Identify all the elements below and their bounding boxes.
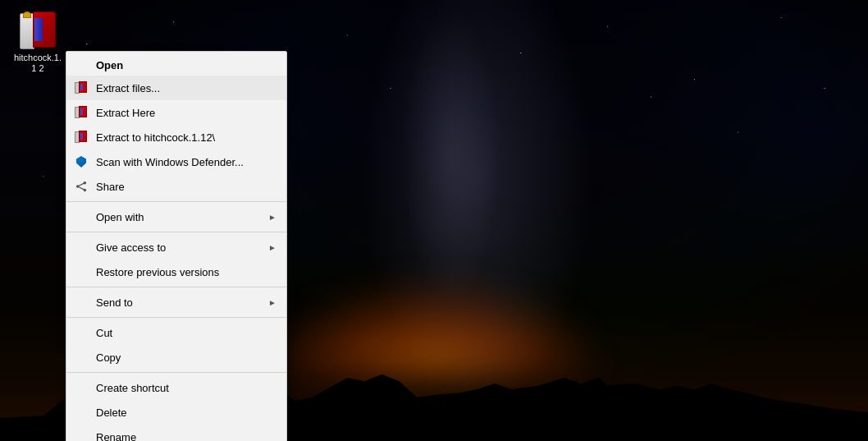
menu-item-copy-label: Copy <box>96 351 276 364</box>
menu-item-rename[interactable]: Rename <box>66 425 286 441</box>
create-shortcut-icon <box>73 379 89 396</box>
menu-item-extract-to[interactable]: Extract to hitchcock.1.12\ <box>66 125 286 149</box>
menu-item-create-shortcut[interactable]: Create shortcut <box>66 375 286 400</box>
menu-item-copy[interactable]: Copy <box>66 345 286 370</box>
winrar-icon-extract-here <box>73 104 89 121</box>
menu-item-share-label: Share <box>96 181 276 193</box>
menu-separator-1 <box>66 201 286 202</box>
desktop-icon-hitchcock[interactable]: hitchcock.1.1 2 <box>8 8 67 77</box>
menu-item-cut-label: Cut <box>96 327 276 339</box>
menu-item-create-shortcut-label: Create shortcut <box>96 382 276 394</box>
menu-item-delete[interactable]: Delete <box>66 400 286 425</box>
menu-item-give-access-label: Give access to <box>96 241 268 254</box>
winrar-icon-extract-files <box>73 80 89 96</box>
menu-item-share[interactable]: Share <box>66 174 286 199</box>
delete-icon <box>73 404 89 420</box>
menu-item-rename-label: Rename <box>96 431 276 442</box>
menu-item-scan-defender[interactable]: Scan with Windows Defender... <box>66 149 286 174</box>
rename-icon <box>73 429 89 441</box>
send-to-submenu-arrow: ► <box>268 298 276 307</box>
menu-item-delete-label: Delete <box>96 407 276 419</box>
menu-item-extract-to-label: Extract to hitchcock.1.12\ <box>96 131 276 144</box>
menu-item-open-with-label: Open with <box>96 211 268 223</box>
share-icon <box>73 178 89 195</box>
open-with-submenu-arrow: ► <box>268 213 276 222</box>
svg-line-4 <box>78 186 85 190</box>
winrar-icon-extract-to <box>73 129 89 145</box>
restore-icon <box>73 264 89 280</box>
horizon-glow <box>260 277 607 375</box>
copy-icon <box>73 349 89 365</box>
menu-item-give-access[interactable]: Give access to ► <box>66 235 286 260</box>
menu-item-extract-here[interactable]: Extract Here <box>66 100 286 125</box>
menu-item-cut[interactable]: Cut <box>66 320 286 345</box>
menu-separator-3 <box>66 287 286 287</box>
menu-item-extract-files-label: Extract files... <box>96 82 276 94</box>
menu-separator-2 <box>66 232 286 232</box>
menu-item-scan-defender-label: Scan with Windows Defender... <box>96 156 276 168</box>
menu-item-extract-here-label: Extract Here <box>96 107 276 119</box>
winrar-file-icon <box>18 11 57 51</box>
menu-item-extract-files[interactable]: Extract files... <box>66 76 286 100</box>
defender-icon <box>73 154 89 170</box>
give-access-icon <box>73 239 89 255</box>
menu-item-open[interactable]: Open <box>66 55 286 76</box>
cut-icon <box>73 324 89 341</box>
menu-item-send-to-label: Send to <box>96 296 268 309</box>
desktop-icon-label: hitchcock.1.1 2 <box>11 53 64 74</box>
menu-separator-4 <box>66 317 286 318</box>
menu-item-send-to[interactable]: Send to ► <box>66 290 286 315</box>
send-to-icon <box>73 294 89 310</box>
give-access-submenu-arrow: ► <box>268 243 276 252</box>
menu-item-restore-versions[interactable]: Restore previous versions <box>66 260 286 284</box>
svg-line-3 <box>78 183 85 186</box>
menu-item-open-with[interactable]: Open with ► <box>66 204 286 229</box>
open-with-icon <box>73 209 89 225</box>
menu-item-restore-versions-label: Restore previous versions <box>96 266 276 278</box>
context-menu: Open Extract files... Extract Here <box>66 51 287 441</box>
menu-separator-5 <box>66 372 286 373</box>
